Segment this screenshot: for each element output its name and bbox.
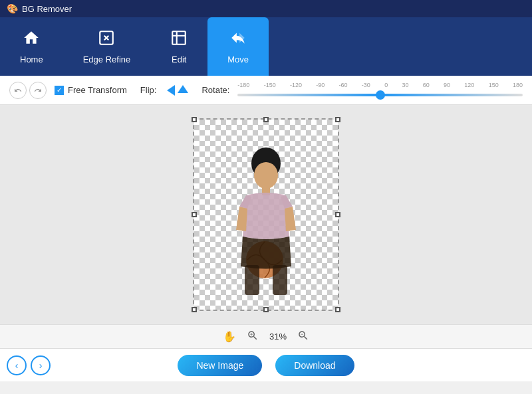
free-transform-group: ✓ Free Transform <box>55 85 127 95</box>
undo-redo-group <box>9 82 47 99</box>
handle-top-left[interactable] <box>192 117 197 122</box>
move-icon <box>229 29 247 50</box>
app-icon: 🎨 <box>7 3 18 14</box>
home-icon <box>23 29 40 50</box>
bottom-bar: ‹ › New Image Download <box>0 348 532 381</box>
svg-rect-1 <box>173 31 186 45</box>
rotate-label: Rotate: <box>201 85 229 95</box>
flip-vertical-button[interactable] <box>178 85 188 93</box>
rotate-scale: -180 -150 -120 -90 -60 -30 0 30 60 90 12… <box>237 80 523 100</box>
nav-edit-label: Edit <box>172 54 186 64</box>
flip-label: Flip: <box>140 85 157 95</box>
new-image-button[interactable]: New Image <box>178 355 262 376</box>
free-transform-checkbox[interactable]: ✓ <box>55 86 64 95</box>
flip-horizontal-button[interactable] <box>167 85 175 96</box>
svg-rect-6 <box>245 265 259 295</box>
handle-mid-left[interactable] <box>192 212 197 217</box>
prev-button[interactable]: ‹ <box>7 355 27 375</box>
zoom-in-icon[interactable] <box>247 330 259 344</box>
flip-arrows-group <box>167 85 188 96</box>
nav-edit[interactable]: Edit <box>150 17 207 76</box>
free-transform-label: Free Transform <box>68 85 127 95</box>
app-title: BG Remover <box>22 4 72 14</box>
edit-icon <box>170 29 188 50</box>
nav-move[interactable]: Move <box>207 17 269 76</box>
rotate-slider-container: -180 -150 -120 -90 -60 -30 0 30 60 90 12… <box>237 80 523 100</box>
handle-top-mid[interactable] <box>263 117 269 122</box>
nav-bar: Home Edge Refine Edit Move <box>0 17 532 76</box>
svg-rect-7 <box>273 265 287 295</box>
canvas-area <box>0 105 532 324</box>
handle-top-right[interactable] <box>335 117 340 122</box>
handle-bottom-mid[interactable] <box>263 307 269 312</box>
nav-home-label: Home <box>20 54 43 64</box>
rotate-slider[interactable] <box>237 94 523 96</box>
rotate-ticks: -180 -150 -120 -90 -60 -30 0 30 60 90 12… <box>237 82 523 88</box>
title-bar: 🎨 BG Remover <box>0 0 532 17</box>
hand-tool-icon[interactable]: ✋ <box>223 330 236 343</box>
download-button[interactable]: Download <box>275 355 354 376</box>
subject-image <box>209 137 323 310</box>
redo-button[interactable] <box>29 82 47 99</box>
nav-edge-refine-label: Edge Refine <box>83 54 131 64</box>
nav-arrows-group: ‹ › <box>7 355 51 375</box>
undo-button[interactable] <box>9 82 27 99</box>
handle-bottom-right[interactable] <box>335 307 340 312</box>
nav-home[interactable]: Home <box>0 17 63 76</box>
handle-mid-right[interactable] <box>335 212 340 217</box>
edge-refine-icon <box>98 29 115 50</box>
zoom-out-icon[interactable] <box>297 330 309 344</box>
image-frame[interactable] <box>193 118 339 311</box>
status-bar: ✋ 31% <box>0 324 532 348</box>
zoom-percent: 31% <box>269 332 287 342</box>
next-button[interactable]: › <box>31 355 51 375</box>
svg-point-3 <box>254 162 278 189</box>
nav-edge-refine[interactable]: Edge Refine <box>63 17 151 76</box>
nav-move-label: Move <box>227 54 249 64</box>
toolbar: ✓ Free Transform Flip: Rotate: -180 -150… <box>0 76 532 105</box>
handle-bottom-left[interactable] <box>192 307 197 312</box>
